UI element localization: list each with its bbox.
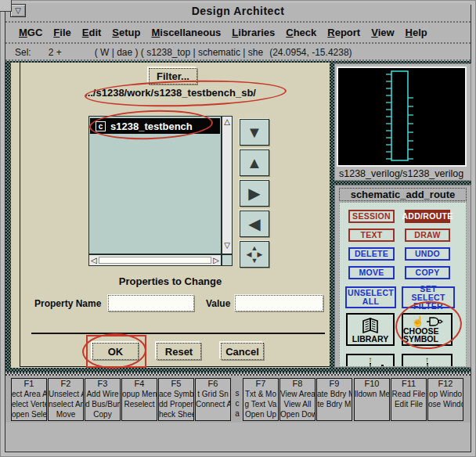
palette-text-button[interactable]: TEXT bbox=[348, 228, 395, 242]
navigate-right-button[interactable]: ▶ bbox=[240, 180, 269, 207]
property-name-label: Property Name bbox=[34, 298, 101, 309]
choose-symbol-icon: ☝ bbox=[403, 316, 451, 327]
list-item[interactable]: c s1238_testbench bbox=[90, 118, 220, 134]
palette-add-route-button[interactable]: ADD/ROUTE bbox=[405, 210, 450, 223]
scrollbar-corner bbox=[222, 254, 233, 266]
preview-symbol-name: s1238_verilog/s1238_verilog bbox=[339, 168, 469, 179]
palette-choose-symbol-button[interactable]: ☝ CHOOSE SYMBOL bbox=[402, 313, 453, 346]
dotted-up-arrow-icon: ↑ bbox=[425, 357, 429, 367]
fkey-f4: F4opup MenReselect bbox=[121, 378, 157, 421]
scroll-down-icon[interactable]: ▽ bbox=[222, 240, 232, 250]
four-way-arrows-icon: ▲ ◀▶ ▼ bbox=[247, 245, 263, 264]
titlebar[interactable]: ▽ Design Architect bbox=[5, 3, 471, 20]
fkey-clipped-strip: sca bbox=[232, 378, 243, 421]
palette-library-button[interactable]: LIBRARY bbox=[346, 313, 395, 346]
scroll-left-icon[interactable]: ◁ bbox=[91, 256, 97, 264]
arrow-down-icon: ▼ bbox=[247, 124, 262, 140]
palette-unselect-all-button[interactable]: UNSELECT ALL bbox=[345, 286, 396, 308]
ok-button[interactable]: OK bbox=[92, 343, 139, 360]
palette-partial-button-1[interactable]: ↑ bbox=[346, 354, 395, 367]
symbol-preview-panel: s1238_verilog/s1238_verilog bbox=[334, 63, 471, 181]
choose-symbol-dialog: Filter... .../s1238/work/s1238_testbench… bbox=[11, 63, 330, 368]
palette-set-select-filter-button[interactable]: SET SELECT FILTER bbox=[402, 286, 455, 308]
dot-mark bbox=[381, 365, 384, 367]
fkey-f9: F9ate Bdry Mte Bdry M bbox=[316, 378, 352, 421]
fkey-f7: F7Txt & Mog Text VaOpen Up bbox=[243, 378, 279, 421]
design-architect-window: ▽ Design Architect MGC File Edit Setup M… bbox=[0, 0, 476, 457]
palette-move-button[interactable]: MOVE bbox=[348, 266, 395, 279]
filter-button[interactable]: Filter... bbox=[149, 68, 197, 85]
status-sel-count: 2 + bbox=[49, 47, 62, 58]
navigate-all-button[interactable]: ▲ ◀▶ ▼ bbox=[240, 241, 269, 268]
arrow-left-icon: ◀ bbox=[248, 216, 260, 232]
arrow-right-icon: ▶ bbox=[248, 185, 260, 201]
menu-report[interactable]: Report bbox=[327, 27, 360, 38]
palette-title: schematic_add_route bbox=[339, 188, 467, 201]
logic-gate-icon bbox=[426, 316, 443, 327]
menu-help[interactable]: Help bbox=[406, 27, 427, 38]
menu-file[interactable]: File bbox=[53, 27, 70, 38]
palette-body: SESSION ADD/ROUTE TEXT DRAW DELETE UNDO … bbox=[339, 202, 467, 367]
navigate-left-button[interactable]: ◀ bbox=[240, 211, 269, 237]
arrow-up-icon: ▲ bbox=[247, 155, 262, 171]
value-input[interactable] bbox=[235, 295, 323, 311]
scroll-up-icon[interactable]: △ bbox=[222, 117, 232, 127]
palette-partial-button-2[interactable]: ↑ bbox=[402, 354, 453, 367]
fkey-f6: F6t Grid SnConnect A bbox=[195, 378, 231, 421]
menu-miscellaneous[interactable]: Miscellaneous bbox=[151, 27, 221, 38]
navigate-down-button[interactable]: ▼ bbox=[240, 119, 269, 146]
menu-setup[interactable]: Setup bbox=[112, 27, 140, 38]
palette-copy-button[interactable]: COPY bbox=[405, 266, 450, 279]
component-listbox[interactable]: c s1238_testbench bbox=[88, 116, 222, 254]
fkey-f5: F5ace Symbdd Properheck Shee bbox=[158, 378, 194, 421]
menu-libraries[interactable]: Libraries bbox=[232, 27, 275, 38]
property-name-input[interactable] bbox=[108, 295, 194, 311]
fkey-f1: F1ect Area Aelect Verteopen Sele bbox=[11, 378, 47, 421]
menu-edit[interactable]: Edit bbox=[82, 27, 102, 38]
fkey-f10: F10lldown Me bbox=[354, 378, 390, 421]
status-bar: Sel: 2 + ( W | dae ) ( s1238_top | schem… bbox=[5, 45, 471, 61]
fkey-f8: F8View AreaView AllOpen Dow bbox=[279, 378, 316, 421]
component-icon: c bbox=[96, 121, 106, 131]
palette-delete-button[interactable]: DELETE bbox=[348, 247, 395, 261]
listbox-horizontal-scrollbar[interactable]: ◁ ▷ bbox=[88, 254, 222, 266]
status-coordinates: (24.0954, -15.4238) bbox=[269, 47, 352, 58]
menubar: MGC File Edit Setup Miscellaneous Librar… bbox=[5, 21, 471, 44]
window-resize-corner[interactable] bbox=[0, 0, 12, 12]
menu-mgc[interactable]: MGC bbox=[19, 27, 42, 38]
cancel-button[interactable]: Cancel bbox=[221, 343, 264, 360]
horizontal-scroll-track[interactable] bbox=[99, 257, 212, 264]
value-label: Value bbox=[206, 298, 230, 309]
navigate-up-button[interactable]: ▲ bbox=[240, 149, 269, 176]
palette-session-button[interactable]: SESSION bbox=[348, 210, 395, 223]
library-path-text: .../s1238/work/s1238_testbench_sb/ bbox=[11, 87, 330, 99]
symbol-preview-canvas bbox=[337, 67, 467, 167]
fkey-f12: F12op Windoose Windo bbox=[427, 378, 463, 421]
palette-panel: schematic_add_route SESSION ADD/ROUTE TE… bbox=[334, 185, 471, 368]
palette-undo-button[interactable]: UNDO bbox=[405, 247, 450, 261]
status-context: ( W | dae ) ( s1238_top | schematic | sh… bbox=[95, 47, 263, 58]
library-book-icon bbox=[348, 316, 393, 335]
fkey-f11: F11Read FileEdit File bbox=[391, 378, 427, 421]
palette-draw-button[interactable]: DRAW bbox=[405, 228, 450, 242]
properties-heading: Properties to Change bbox=[11, 275, 330, 287]
function-key-strip: F1ect Area Aelect Verteopen Sele F2Unsel… bbox=[5, 372, 471, 423]
listbox-vertical-scrollbar[interactable]: △ ▽ bbox=[222, 116, 233, 254]
palette-choose-symbol-label: CHOOSE SYMBOL bbox=[403, 327, 451, 343]
status-sel-label: Sel: bbox=[15, 47, 31, 58]
reset-button[interactable]: Reset bbox=[157, 343, 201, 360]
menu-check[interactable]: Check bbox=[286, 27, 316, 38]
scroll-right-icon[interactable]: ▷ bbox=[213, 256, 219, 264]
fkey-f3: F3Add Wired Bus/BunCopy bbox=[85, 378, 121, 421]
palette-library-label: LIBRARY bbox=[352, 335, 388, 343]
dotted-up-arrow-icon: ↑ bbox=[369, 357, 373, 367]
list-item-label: s1238_testbench bbox=[110, 121, 193, 132]
chip-symbol-drawing bbox=[338, 68, 465, 165]
button-separator bbox=[31, 333, 325, 334]
fkey-f2: F2Unselect Anselect AndMove bbox=[48, 378, 84, 421]
pointing-hand-icon: ☝ bbox=[411, 318, 424, 326]
window-title: Design Architect bbox=[5, 5, 471, 17]
menu-view[interactable]: View bbox=[371, 27, 394, 38]
